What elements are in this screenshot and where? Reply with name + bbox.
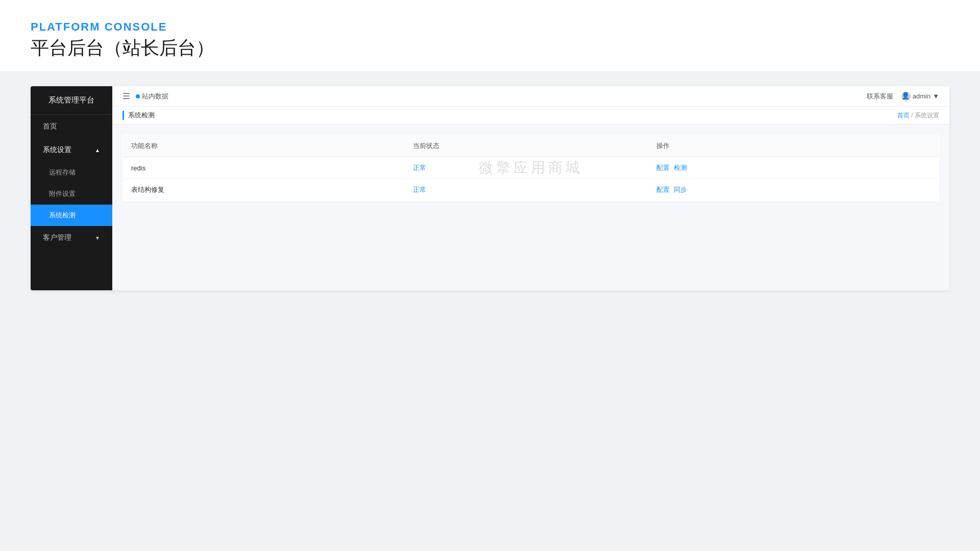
breadcrumb-bar: 系统检测 首页 / 系统设置 — [112, 107, 949, 124]
menu-icon[interactable]: ☰ — [122, 91, 130, 101]
cell-status: 正常 — [405, 179, 648, 201]
chevron-up-icon: ▲ — [95, 147, 100, 153]
content-area: ☰ 站内数据 联系客服 👤 admin ▼ 系统检测 首页 / — [112, 86, 949, 290]
cell-actions: 配置同步 — [648, 179, 939, 201]
breadcrumb: 首页 / 系统设置 — [897, 111, 939, 120]
table-area: 微擎应用商城 功能名称 当前状态 操作 redis正常配置检测表结构修复正常配置… — [112, 124, 949, 290]
admin-dropdown-icon: ▼ — [933, 92, 939, 100]
col-header-name: 功能名称 — [123, 135, 405, 157]
cell-name: 表结构修复 — [123, 179, 405, 201]
table-row: 表结构修复正常配置同步 — [123, 179, 939, 201]
breadcrumb-current: 系统设置 — [915, 112, 939, 119]
table-header: 功能名称 当前状态 操作 — [123, 135, 939, 157]
admin-info[interactable]: 👤 admin ▼ — [901, 92, 939, 101]
action-link-检测[interactable]: 检测 — [674, 164, 687, 171]
sidebar-sub-item-remote-storage[interactable]: 远程存储 — [31, 162, 112, 183]
title-cn: 平台后台（站长后台） — [31, 36, 980, 61]
col-header-status: 当前状态 — [405, 135, 648, 157]
page-header: PLATFORM CONSOLE 平台后台（站长后台） — [0, 0, 980, 71]
action-link-配置[interactable]: 配置 — [656, 186, 670, 193]
table-header-row: 功能名称 当前状态 操作 — [123, 135, 939, 157]
table-body: redis正常配置检测表结构修复正常配置同步 — [123, 157, 939, 201]
section-title: 系统检测 — [122, 111, 155, 120]
data-table: 功能名称 当前状态 操作 redis正常配置检测表结构修复正常配置同步 — [122, 135, 939, 201]
topbar-right: 联系客服 👤 admin ▼ — [867, 92, 939, 101]
topbar: ☰ 站内数据 联系客服 👤 admin ▼ — [112, 86, 949, 107]
contact-service-link[interactable]: 联系客服 — [867, 92, 893, 101]
topbar-left: ☰ 站内数据 — [122, 91, 168, 101]
breadcrumb-home-link[interactable]: 首页 — [897, 112, 910, 119]
sidebar-sub-item-attachment-settings[interactable]: 附件设置 — [31, 183, 112, 205]
breadcrumb-separator: / — [911, 112, 913, 119]
sidebar: 系统管理平台 首页 系统设置 ▲ 远程存储 附件设置 系统检测 客户管理 ▼ — [31, 86, 112, 290]
table-wrapper: 微擎应用商城 功能名称 当前状态 操作 redis正常配置检测表结构修复正常配置… — [122, 135, 939, 201]
sidebar-title: 系统管理平台 — [31, 86, 112, 115]
sidebar-section-customer-management[interactable]: 客户管理 ▼ — [31, 226, 112, 249]
cell-name: redis — [123, 157, 405, 179]
sidebar-sub-item-system-check[interactable]: 系统检测 — [31, 205, 112, 226]
admin-avatar-icon: 👤 — [901, 92, 911, 101]
main-wrapper: 系统管理平台 首页 系统设置 ▲ 远程存储 附件设置 系统检测 客户管理 ▼ — [31, 86, 949, 290]
title-en: PLATFORM CONSOLE — [31, 20, 980, 34]
site-badge: 站内数据 — [136, 92, 168, 101]
site-dot-icon — [136, 94, 140, 98]
cell-actions: 配置检测 — [648, 157, 939, 179]
col-header-actions: 操作 — [648, 135, 939, 157]
action-link-同步[interactable]: 同步 — [674, 186, 687, 193]
chevron-down-icon: ▼ — [95, 235, 100, 241]
table-row: redis正常配置检测 — [123, 157, 939, 179]
sidebar-item-home[interactable]: 首页 — [31, 115, 112, 138]
cell-status: 正常 — [405, 157, 648, 179]
action-link-配置[interactable]: 配置 — [656, 164, 670, 171]
sidebar-section-system-settings[interactable]: 系统设置 ▲ — [31, 138, 112, 162]
